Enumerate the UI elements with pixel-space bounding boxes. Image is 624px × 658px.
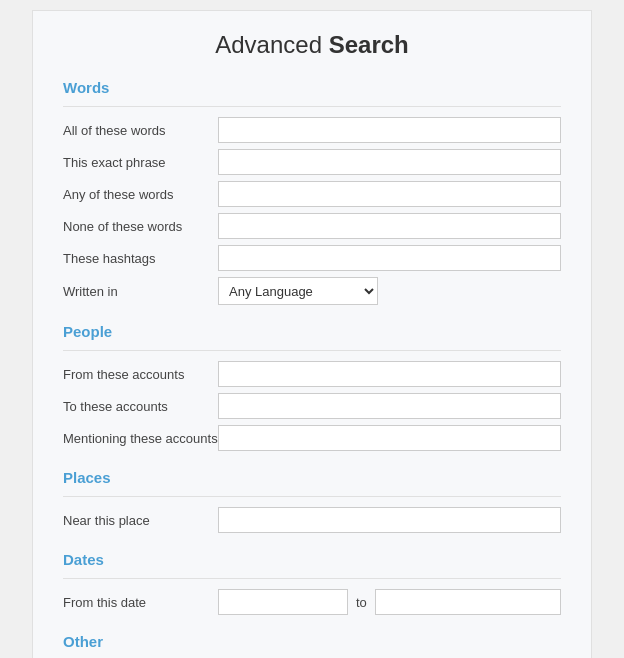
input-from-accounts[interactable]	[218, 361, 561, 387]
section-places: Places	[63, 469, 561, 486]
input-near-place[interactable]	[218, 507, 561, 533]
row-dates: From this date to	[63, 589, 561, 615]
row-none-words: None of these words	[63, 213, 561, 239]
label-exact-phrase: This exact phrase	[63, 155, 218, 170]
label-mentioning-accounts: Mentioning these accounts	[63, 431, 218, 446]
row-mentioning-accounts: Mentioning these accounts	[63, 425, 561, 451]
input-all-words[interactable]	[218, 117, 561, 143]
page-title: Advanced Search	[63, 31, 561, 59]
date-range: to	[218, 589, 561, 615]
input-none-words[interactable]	[218, 213, 561, 239]
label-language: Written in	[63, 284, 218, 299]
words-divider	[63, 106, 561, 107]
input-exact-phrase[interactable]	[218, 149, 561, 175]
label-from-accounts: From these accounts	[63, 367, 218, 382]
input-any-words[interactable]	[218, 181, 561, 207]
section-other: Other	[63, 633, 561, 650]
section-words: Words	[63, 79, 561, 96]
main-container: Advanced Search Words All of these words…	[32, 10, 592, 658]
label-all-words: All of these words	[63, 123, 218, 138]
input-to-accounts[interactable]	[218, 393, 561, 419]
row-hashtags: These hashtags	[63, 245, 561, 271]
places-divider	[63, 496, 561, 497]
input-hashtags[interactable]	[218, 245, 561, 271]
section-people: People	[63, 323, 561, 340]
input-mentioning-accounts[interactable]	[218, 425, 561, 451]
date-to-label: to	[356, 595, 367, 610]
row-any-words: Any of these words	[63, 181, 561, 207]
label-to-accounts: To these accounts	[63, 399, 218, 414]
row-all-words: All of these words	[63, 117, 561, 143]
dates-divider	[63, 578, 561, 579]
people-divider	[63, 350, 561, 351]
input-to-date[interactable]	[375, 589, 561, 615]
label-any-words: Any of these words	[63, 187, 218, 202]
row-from-accounts: From these accounts	[63, 361, 561, 387]
label-hashtags: These hashtags	[63, 251, 218, 266]
section-dates: Dates	[63, 551, 561, 568]
label-from-date: From this date	[63, 595, 218, 610]
row-exact-phrase: This exact phrase	[63, 149, 561, 175]
row-to-accounts: To these accounts	[63, 393, 561, 419]
row-near-place: Near this place	[63, 507, 561, 533]
label-near-place: Near this place	[63, 513, 218, 528]
select-language[interactable]: Any Language English French Spanish Germ…	[218, 277, 378, 305]
row-language: Written in Any Language English French S…	[63, 277, 561, 305]
input-from-date[interactable]	[218, 589, 348, 615]
label-none-words: None of these words	[63, 219, 218, 234]
